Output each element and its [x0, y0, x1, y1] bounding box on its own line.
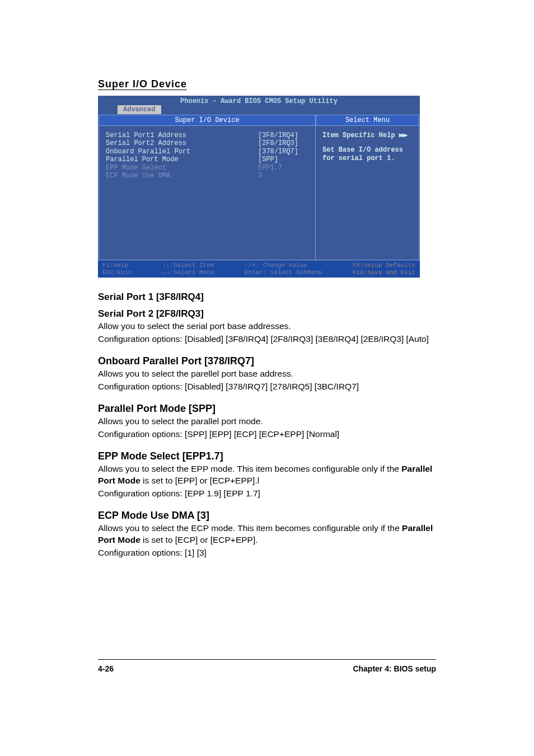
body-text: Allows you to select the parallel port m… [98, 416, 436, 428]
heading-serial1: Serial Port 1 [3F8/IRQ4] [98, 292, 436, 303]
heading-ecp-mode: ECP Mode Use DMA [3] [98, 510, 436, 522]
bios-item: Serial Port2 Address [2F8/IRQ3] [106, 139, 308, 147]
bios-item: Onboard Parallel Port [378/IRQ7] [106, 148, 308, 156]
bios-item: EPP Mode Select EPP1.7 [106, 164, 308, 172]
body-text: Allow you to select the serial port base… [98, 321, 436, 332]
body-text: Allows you to select the ECP mode. This … [98, 523, 436, 546]
body-text: Configuration options: [SPP] [EPP] [ECP]… [98, 429, 436, 440]
body-text: Configuration options: [Disabled] [3F8/I… [98, 334, 436, 345]
section-title: Super I/O Device [98, 78, 436, 90]
bios-screenshot: Phoenix - Award BIOS CMOS Setup Utility … [98, 96, 420, 278]
bios-content-left: Serial Port1 Address [3F8/IRQ4] Serial P… [99, 126, 316, 260]
arrows-icon: ▶▶▶ [399, 132, 406, 139]
page-footer: 4-26 Chapter 4: BIOS setup [98, 659, 436, 673]
heading-epp-mode: EPP Mode Select [EPP1.7] [98, 450, 436, 462]
heading-serial2: Serial Port 2 [2F8/IRQ3] [98, 308, 436, 320]
body-text: Allows you to select the parellel port b… [98, 368, 436, 380]
page-number: 4-26 [98, 664, 114, 673]
heading-onboard-parallel: Onboard Parallel Port [378/IRQ7] [98, 355, 436, 367]
bios-item: Parallel Port Mode [SPP] [106, 156, 308, 163]
body-text: Configuration options: [EPP 1.9] [EPP 1.… [98, 488, 436, 500]
body-text: Configuration options: [1] [3] [98, 547, 436, 559]
body-text: Configuration options: [Disabled] [378/I… [98, 381, 436, 393]
bios-item: ECP Mode Use DMA 3 [106, 172, 308, 180]
bios-tabs: Advanced [98, 105, 420, 114]
bios-help: Item Specific Help ▶▶▶ Set Base I/O addr… [316, 126, 419, 260]
bios-header-right: Select Menu [316, 115, 419, 126]
bios-header-left: Super I/O Device [99, 115, 316, 126]
chapter-title: Chapter 4: BIOS setup [353, 664, 436, 673]
bios-tab-advanced: Advanced [118, 105, 161, 114]
body-text: Allows you to select the EPP mode. This … [98, 463, 436, 487]
bios-footer: F1:Help ESC:Exit ↑↓:Select Item ←→:Selec… [98, 261, 420, 278]
heading-parallel-port-mode: Parallel Port Mode [SPP] [98, 403, 436, 415]
bios-titlebar: Phoenix - Award BIOS CMOS Setup Utility [98, 96, 420, 105]
bios-item: Serial Port1 Address [3F8/IRQ4] [106, 132, 308, 139]
